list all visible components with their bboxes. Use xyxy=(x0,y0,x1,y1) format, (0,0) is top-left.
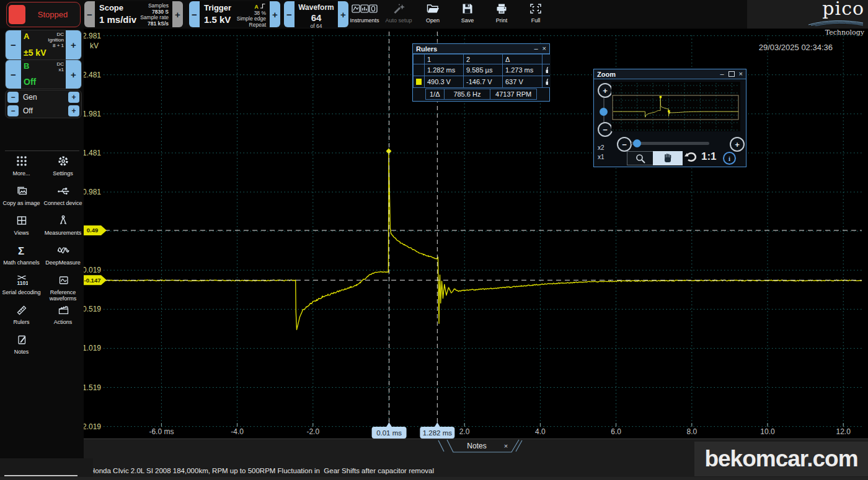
y-tick-label: -2.019 xyxy=(84,422,101,431)
zoom-in-horizontal-button[interactable]: + xyxy=(730,137,745,152)
rulers-panel[interactable]: Rulers – × 1 2 Δ 1.282 ms 9.585 µs 1.273… xyxy=(412,43,550,102)
x-tick-label: 4.0 xyxy=(535,427,546,436)
actions-icon xyxy=(42,302,84,319)
math-channels-label: Math channels xyxy=(1,260,42,266)
more-icon xyxy=(1,154,42,170)
channel-a-range: ±5 kV xyxy=(24,48,46,58)
gen-off-decrease-button[interactable]: − xyxy=(7,105,19,116)
trigger-increase-button[interactable]: + xyxy=(270,1,280,27)
channel-a-decrease-button[interactable]: − xyxy=(6,30,21,59)
sidebar: − A DC Ignition 8 + 1 ±5 kV + − B DC x1 xyxy=(0,28,84,480)
notes-bar: Notes × Honda CIvic 2.0L SI 2008 184,000… xyxy=(84,439,868,478)
zoom-out-horizontal-button[interactable]: − xyxy=(617,137,632,152)
scope-increase-button[interactable]: + xyxy=(172,1,183,27)
channel-b-id: B xyxy=(24,61,29,71)
open-button[interactable]: Open xyxy=(415,1,450,27)
zoom-region[interactable] xyxy=(613,95,738,120)
undo-icon[interactable] xyxy=(684,151,699,163)
print-button[interactable]: Print xyxy=(484,1,519,27)
y-tick-label: 2.981 xyxy=(84,32,101,40)
zoom-panel-titlebar[interactable]: Zoom – × xyxy=(594,69,746,79)
notes-text[interactable]: Honda CIvic 2.0L SI 2008 184,000km, RPM … xyxy=(90,446,434,480)
minimize-icon[interactable]: – xyxy=(720,71,724,77)
channel-a-info: DC Ignition 8 + 1 xyxy=(48,32,64,48)
pan-tool-button[interactable] xyxy=(653,151,683,165)
channel-b-decrease-button[interactable]: − xyxy=(6,60,21,89)
save-button[interactable]: Save xyxy=(450,1,485,27)
rulers-col-1: 1 xyxy=(425,55,463,64)
sidebar-item-rulers[interactable]: Rulers xyxy=(1,302,42,332)
channel-b-increase-button[interactable]: + xyxy=(66,60,81,89)
sidebar-item-reference-waveforms[interactable]: Reference waveforms xyxy=(42,273,84,302)
deepmeasure-icon xyxy=(42,243,84,260)
notes-label: Notes xyxy=(1,349,42,355)
bottom-left-resize-area xyxy=(0,458,93,477)
waveform-panel[interactable]: Waveform 64 of 64 xyxy=(295,1,337,27)
generator-panel: − Gen + − Off + xyxy=(5,90,82,118)
views-label: Views xyxy=(1,230,42,236)
sidebar-item-deepmeasure[interactable]: DeepMeasure xyxy=(42,243,84,273)
scope-panel[interactable]: Scope 1 ms/div Samples 7830 S Sample rat… xyxy=(95,1,172,27)
splitter-handle[interactable] xyxy=(4,475,78,476)
minimize-icon[interactable]: – xyxy=(534,45,538,52)
horizontal-zoom-thumb[interactable] xyxy=(633,139,641,147)
ruler-time-delta: 1.273 ms xyxy=(503,64,542,76)
channel-a-trace xyxy=(102,154,862,329)
sidebar-item-more[interactable]: More... xyxy=(1,154,42,183)
lock-icon[interactable] xyxy=(545,78,548,85)
trigger-panel[interactable]: Trigger 1.5 kV A 38 % Simple edge Repeat xyxy=(200,1,269,27)
ruler-voltage-delta: 637 V xyxy=(503,76,542,87)
gen-increase-button[interactable]: + xyxy=(68,92,79,103)
sidebar-item-views[interactable]: Views xyxy=(1,213,42,243)
sidebar-item-measurements[interactable]: Measurements xyxy=(42,213,84,243)
x2-label: x2 xyxy=(598,144,604,151)
zoom-ratio-label[interactable]: 1:1 xyxy=(701,151,717,163)
close-icon[interactable]: × xyxy=(739,71,743,77)
full-icon xyxy=(518,1,553,17)
waveform-previous-button[interactable]: − xyxy=(284,1,294,27)
sidebar-item-settings[interactable]: Settings xyxy=(42,154,84,183)
rulers-panel-titlebar[interactable]: Rulers – × xyxy=(413,44,549,54)
y-tick-label: -1.519 xyxy=(84,383,101,392)
zoom-in-vertical-button[interactable]: + xyxy=(598,83,613,98)
ruler-voltage-1: 490.3 V xyxy=(425,76,463,87)
connect-device-icon xyxy=(42,183,84,200)
zoom-tool-button[interactable] xyxy=(627,151,654,165)
maximize-icon[interactable] xyxy=(728,71,735,77)
ruler-voltage-2: -146.7 V xyxy=(464,76,502,87)
reference-waveforms-label: Reference waveforms xyxy=(42,289,84,302)
instruments-button[interactable]: Instruments xyxy=(347,1,382,27)
instruments-label: Instruments xyxy=(347,17,382,24)
gen-off-increase-button[interactable]: + xyxy=(68,105,79,116)
sidebar-item-notes[interactable]: Notes xyxy=(1,332,42,362)
vertical-zoom-thumb[interactable] xyxy=(600,108,608,116)
sidebar-item-connect-device[interactable]: Connect device xyxy=(42,183,84,213)
scope-decrease-button[interactable]: − xyxy=(84,1,95,27)
time-ruler-pointer xyxy=(386,422,392,427)
zoom-out-vertical-button[interactable]: − xyxy=(598,122,613,137)
horizontal-zoom-track[interactable] xyxy=(631,142,709,145)
full-button[interactable]: Full xyxy=(518,1,553,27)
trigger-decrease-button[interactable]: − xyxy=(189,1,200,27)
gen-decrease-button[interactable]: − xyxy=(7,92,19,103)
sidebar-item-actions[interactable]: Actions xyxy=(42,302,84,332)
sidebar-item-copy-as-image[interactable]: Copy as image xyxy=(1,183,42,213)
info-icon[interactable]: i xyxy=(723,152,736,165)
notes-tab[interactable]: Notes × xyxy=(435,439,528,455)
sidebar-item-serial-decoding[interactable]: 1101Serial decoding xyxy=(1,273,42,302)
stopped-button[interactable]: Stopped xyxy=(6,2,81,27)
measurements-icon xyxy=(42,213,84,230)
y-tick-label: 1.981 xyxy=(84,110,101,118)
channel-a-panel[interactable]: − A DC Ignition 8 + 1 ±5 kV + xyxy=(5,30,82,60)
close-icon[interactable]: × xyxy=(542,45,546,52)
reference-waveforms-icon xyxy=(42,273,84,289)
scope-sample-info: Samples 7830 S Sample rate 781 kS/s xyxy=(140,3,169,27)
channel-a-increase-button[interactable]: + xyxy=(66,30,81,59)
zoom-overview-map[interactable] xyxy=(611,82,740,131)
sidebar-item-math-channels[interactable]: ΣMath channels xyxy=(1,243,42,273)
lock-icon[interactable] xyxy=(545,66,548,74)
zoom-panel[interactable]: Zoom – × + − − + x2 x1 xyxy=(593,69,746,167)
x-tick-label: 2.0 xyxy=(459,427,470,436)
pico-swoosh-icon xyxy=(807,19,864,26)
channel-b-panel[interactable]: − B DC x1 Off + xyxy=(5,59,82,89)
